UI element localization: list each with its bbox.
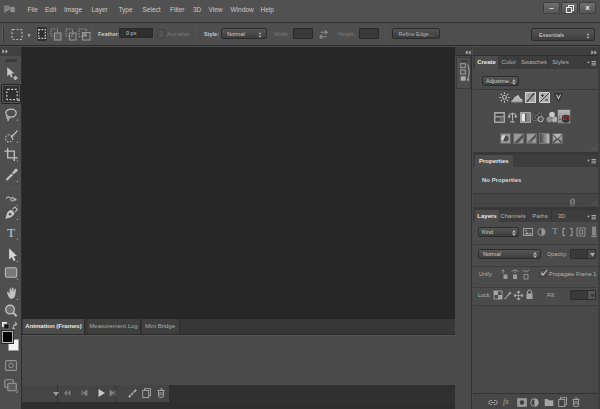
svg-text:T: T [7,225,15,240]
svg-text:LUT: LUT [559,114,571,121]
